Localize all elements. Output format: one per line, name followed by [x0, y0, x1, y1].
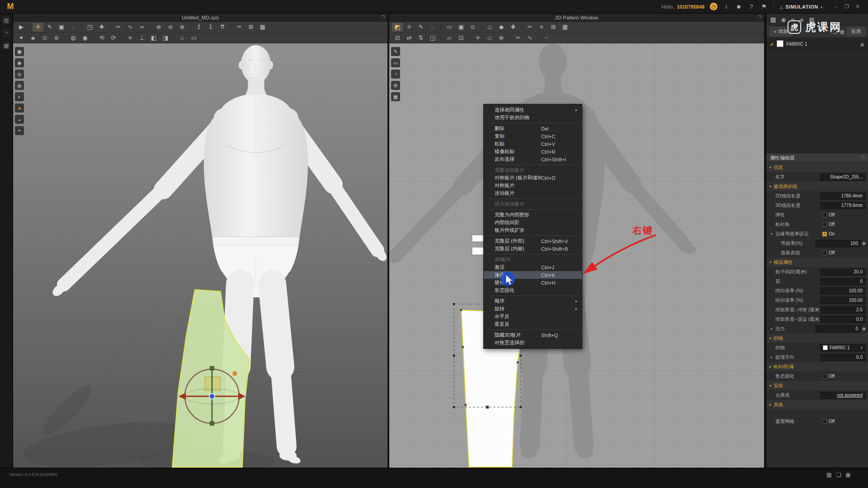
property-control[interactable]: 100.00 [820, 287, 865, 295]
property-control[interactable]: Off [820, 221, 865, 228]
tool-icon[interactable]: ✂ [524, 23, 535, 32]
tool-icon[interactable]: ✎ [44, 23, 55, 32]
property-control[interactable]: 0.0 [820, 354, 865, 361]
tool-icon[interactable]: ⇅ [415, 33, 426, 42]
tool-icon[interactable]: ≡ [125, 33, 136, 42]
tool-icon[interactable]: ⇄ [404, 33, 415, 42]
tool-icon[interactable]: ⟳ [108, 33, 119, 42]
section-header[interactable]: 模拟属性 [766, 258, 868, 267]
tool-icon[interactable]: ⊥ [137, 33, 147, 42]
object-tab-icon[interactable]: ≡ [791, 16, 795, 23]
tool-icon[interactable]: ⟲ [96, 33, 107, 42]
tool-icon[interactable]: ⇈ [217, 23, 228, 32]
dock-icon[interactable]: ▤ [2, 16, 10, 24]
context-menu-item[interactable]: 使用于新的织物 [484, 114, 582, 122]
checkbox-icon[interactable] [822, 232, 827, 236]
section-header[interactable]: 粘衬/削薄 [766, 362, 868, 371]
copy-fabric-icon[interactable] [833, 29, 837, 35]
pattern-window-title-bar[interactable]: 2D Pattern Window [389, 14, 764, 22]
tool-icon[interactable]: ⊙ [39, 33, 50, 42]
context-menu-item[interactable]: 对称板片 (板片和缝纫线) Ctrl+D [484, 174, 582, 182]
display-toggle-icon[interactable]: ● [15, 103, 24, 113]
tool-icon[interactable]: ▦ [257, 23, 268, 32]
property-control[interactable]: Off [820, 373, 865, 380]
property-control[interactable]: On [820, 230, 865, 238]
fabric-list-item[interactable]: FABRIC 1 [766, 38, 868, 50]
context-menu-item[interactable]: 冷冻 Ctrl+K [484, 271, 582, 279]
tool-icon[interactable]: ▣ [456, 23, 467, 32]
tool-icon[interactable]: ⊞ [548, 23, 559, 32]
menubar-icon[interactable]: ? [747, 3, 755, 11]
tool-icon[interactable]: ↧ [205, 23, 216, 32]
context-menu-item[interactable]: 形态固化 [484, 286, 582, 294]
tool-icon[interactable]: ⊟ [392, 33, 403, 42]
tool-icon[interactable]: ◍ [68, 33, 79, 42]
display-toggle-icon[interactable]: ◐ [15, 92, 24, 101]
dock-icon[interactable]: ▦ [2, 42, 10, 50]
tool-icon[interactable]: ┄ [541, 33, 552, 42]
section-header[interactable]: 其他 [766, 400, 868, 409]
detach-panel-icon[interactable] [861, 155, 864, 160]
checkbox-icon[interactable] [822, 374, 827, 379]
tool-icon[interactable]: ⊗ [177, 23, 188, 32]
tool-icon[interactable]: ✛ [472, 33, 483, 42]
simulation-mode-dropdown[interactable]: SIMULATION [779, 4, 823, 9]
context-menu-item[interactable]: 连动板片 [484, 189, 582, 197]
object-tab-icon[interactable]: ◈ [799, 16, 804, 23]
slider-handle[interactable] [862, 327, 866, 330]
context-menu-item[interactable]: 激活 Ctrl+J [484, 263, 582, 271]
context-menu-item[interactable]: 内部线间距 [484, 219, 582, 226]
context-menu-item[interactable]: 设为连动板片 [484, 200, 582, 208]
display-toggle-icon[interactable]: ▦ [391, 92, 400, 101]
detach-window-icon[interactable] [381, 15, 385, 19]
menubar-icon[interactable]: ♪ [722, 3, 730, 11]
expand-arrow-icon[interactable] [771, 355, 775, 359]
context-menu-item[interactable]: 镜像粘贴 Ctrl+R [484, 148, 582, 155]
tool-icon[interactable]: ∿ [125, 23, 136, 32]
section-header[interactable]: 信息 [766, 163, 868, 172]
display-toggle-icon[interactable]: ▭ [391, 58, 400, 67]
context-menu-item[interactable]: 对称板片 [484, 182, 582, 189]
display-toggle-icon[interactable]: ⊞ [391, 81, 400, 90]
slider-handle[interactable] [862, 241, 866, 245]
statusbar-icon[interactable]: ▦ [826, 471, 832, 478]
tool-icon[interactable]: ◇ [484, 33, 495, 42]
property-control[interactable]: 0 [816, 325, 861, 333]
display-toggle-icon[interactable]: ▣ [15, 47, 24, 56]
tool-icon[interactable]: ≡ [536, 23, 547, 32]
property-control[interactable]: FABRIC 1 [820, 344, 865, 352]
display-toggle-icon[interactable]: ◎ [15, 70, 24, 79]
property-control[interactable]: not assigned [820, 392, 865, 399]
property-control[interactable]: 100.00 [820, 297, 865, 304]
property-control[interactable]: 0 [820, 278, 865, 285]
context-menu-item[interactable]: 选择相同属性 [484, 106, 582, 114]
tool-icon[interactable]: ⊡ [456, 33, 467, 42]
tool-icon[interactable]: ✛ [33, 23, 43, 32]
tool-icon[interactable]: ▱ [444, 33, 455, 42]
tool-icon[interactable]: ⊙ [467, 23, 478, 32]
display-toggle-icon[interactable]: ◓ [15, 126, 24, 135]
tool-icon[interactable]: ✂ [513, 33, 524, 42]
tool-icon[interactable]: ▦ [560, 23, 571, 32]
tool-icon[interactable]: ⊞ [245, 23, 256, 32]
object-tab-icon[interactable]: ▦ [809, 16, 814, 23]
property-editor-header[interactable]: 属性编辑器 [766, 153, 868, 163]
context-menu-item[interactable]: 克隆为内部图形 [484, 211, 582, 219]
close-button[interactable] [853, 4, 863, 9]
tool-icon[interactable]: ⊕ [153, 23, 164, 32]
list-view-icon[interactable] [840, 29, 844, 35]
context-menu-item[interactable]: 克隆层 (外部) Ctrl+Shift+V [484, 237, 582, 245]
property-control[interactable]: 1780.4mm [820, 192, 865, 200]
context-menu-item[interactable]: 反向选择 Ctrl+Shift+I [484, 155, 582, 163]
tool-icon[interactable]: ◲ [427, 33, 438, 42]
context-menu-item[interactable]: 水平反 [484, 313, 582, 320]
object-tab-icon[interactable]: ◉ [781, 16, 786, 23]
detach-window-icon[interactable] [758, 15, 761, 19]
display-toggle-icon[interactable]: ◔ [391, 70, 400, 79]
tool-icon[interactable]: ▭ [189, 33, 199, 42]
menubar-icon[interactable]: ⚑ [760, 3, 768, 11]
object-tab-icon[interactable]: ▤ [770, 16, 776, 23]
viewport-2d[interactable]: ✎ ▭ ◔ ⊞ ▦ 选择相同属性 [389, 43, 764, 468]
expand-arrow-icon[interactable] [771, 327, 775, 331]
statusbar-icon[interactable]: ▣ [845, 471, 851, 478]
